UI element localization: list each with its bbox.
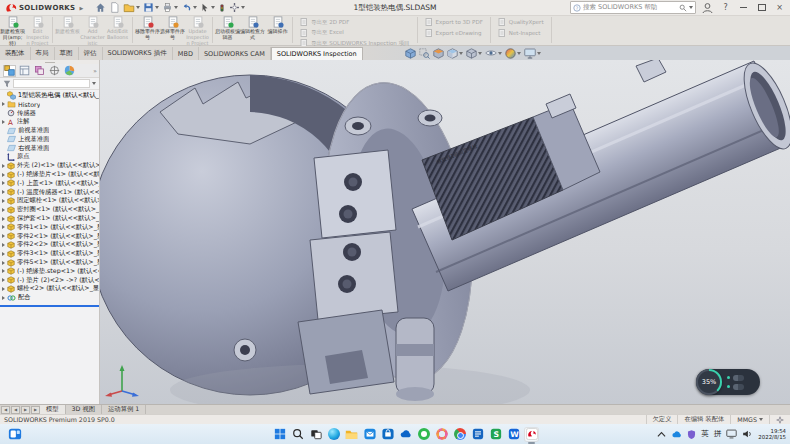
doc-tabs-next-icon[interactable]: ▶ [31,406,40,414]
zoom-widget[interactable]: 35% [696,369,760,395]
undo-icon[interactable] [181,2,197,14]
volume-icon[interactable] [742,429,753,439]
minimize-button[interactable] [737,2,750,14]
tree-item[interactable]: A注解 [0,117,99,126]
status-gear-icon[interactable] [776,416,784,424]
ribbon-button[interactable]: 编辑检查方式 [240,15,265,45]
tree-item[interactable]: (-) 温度传感器<1> (默认<<默认>_ [0,188,99,197]
expand-arrow[interactable] [2,261,5,265]
tree-item[interactable]: 前视基准面 [0,126,99,135]
tree-item[interactable]: 零件2<1> (默认<<默认>_显示状 [0,232,99,241]
app-w-icon[interactable]: W [506,427,521,442]
expand-arrow[interactable] [2,190,5,194]
display-icon[interactable] [726,429,737,439]
doc-tab-运动算例-1[interactable]: 运动算例 1 [102,405,146,414]
start-icon[interactable] [272,427,287,442]
tree-item[interactable]: 零件3<1> (默认<<默认>_显示状 [0,249,99,258]
doc-tabs-prev-icon[interactable]: ◀ [1,406,10,414]
user-account-icon[interactable] [701,2,714,14]
restore-button[interactable] [755,2,768,14]
search-icon[interactable] [679,4,687,12]
tab-solidworks-cam[interactable]: SOLIDWORKS CAM [199,47,271,60]
tree-item[interactable]: 传感器 [0,109,99,118]
rebuild-icon[interactable] [218,2,226,14]
apply-scene-icon[interactable] [524,47,541,59]
close-button[interactable]: × [773,2,786,14]
tree-item[interactable]: 零件1<1> (默认<<默认>_显示状 [0,223,99,232]
search-dropdown-caret[interactable] [689,6,693,9]
tray-shield-icon[interactable] [687,429,696,440]
ribbon-button[interactable]: 启动模板编辑器 [215,15,240,45]
solidworks-icon[interactable] [524,427,539,442]
tab-评估[interactable]: 评估 [79,47,103,60]
tab-solidworks-inspection[interactable]: SOLIDWORKS Inspection [271,47,363,60]
tab-装配体[interactable]: 装配体 [0,47,31,60]
expand-arrow[interactable] [2,234,5,238]
expand-arrow[interactable] [2,208,5,212]
tree-item[interactable]: 零件2<2> (默认<<默认>_显示状 [0,241,99,250]
edge-icon[interactable] [326,427,341,442]
ime-mode-indicator[interactable]: 拼 [714,429,722,439]
file-explorer-icon[interactable] [344,427,359,442]
hide-show-items-icon[interactable] [485,47,502,59]
rollback-bar[interactable] [0,305,99,307]
tree-item[interactable]: History [0,100,99,109]
logo-expand-arrow[interactable]: ▶ [79,5,83,11]
doc-tab-模型[interactable]: 模型 [40,405,66,414]
view-orientation-icon[interactable] [447,47,463,59]
tree-item[interactable]: 右视基准面 [0,144,99,153]
zoom-fit-icon[interactable] [405,47,416,59]
ribbon-button[interactable]: 移除零件序号 [135,15,160,45]
help-icon[interactable]: ? [719,2,732,14]
expand-arrow[interactable] [2,287,5,291]
graphics-area[interactable]: 螺纹线1@固定螺栓 35% [100,60,790,404]
mouse-button-icon[interactable] [733,384,744,390]
expand-arrow[interactable] [2,296,5,300]
ribbon-button[interactable]: 选择零件序号 [160,15,185,45]
ribbon-button[interactable]: 编辑操作 [265,15,290,45]
expand-arrow[interactable] [2,217,5,221]
tree-item[interactable]: (-) 垫片 (2)<2> ->? (默认<<默认 [0,276,99,285]
notes-icon[interactable] [470,427,485,442]
mouse-button-icon[interactable] [733,375,744,381]
print-icon[interactable] [162,2,178,14]
browser-green-icon[interactable] [416,427,431,442]
units-selector[interactable]: MMGS [730,415,769,424]
tree-item[interactable]: 螺栓<2> (默认<<默认>_显示状态 [0,285,99,294]
store-icon[interactable] [380,427,395,442]
chrome-icon[interactable] [452,427,467,442]
feature-tree-root[interactable]: 1型铠装热电偶 (默认<默认_显示状态-1 [0,91,99,100]
doc-tab-3d-视图[interactable]: 3D 视图 [66,405,102,414]
configurationmanager-tab-icon[interactable] [33,65,46,77]
tree-item[interactable]: 原点 [0,153,99,162]
tree-item[interactable]: (-) 上盖<1> (默认<<默认>_显示状 [0,179,99,188]
edit-appearance-icon[interactable] [505,47,521,59]
featuremanager-tab-icon[interactable] [3,65,16,77]
browser-orange-icon[interactable] [434,427,449,442]
tab-布局[interactable]: 布局 [31,47,55,60]
expand-arrow[interactable] [2,269,5,273]
expand-arrow[interactable] [2,243,5,247]
displaymanager-tab-icon[interactable] [63,65,76,77]
doc-tabs-prev-icon[interactable]: ◀ [11,406,20,414]
expand-arrow[interactable] [2,164,5,168]
display-style-icon[interactable] [466,47,482,59]
expand-arrow[interactable] [2,102,5,106]
tree-item[interactable]: 密封圈<1> (默认<<默认>_显示状 [0,205,99,214]
tray-overflow-chevron-icon[interactable] [657,431,666,438]
assembly-model[interactable]: 螺纹线1@固定螺栓 [100,60,790,404]
tree-item[interactable]: 保护套<1> (默认<<默认>_显示状 [0,214,99,223]
expand-arrow[interactable] [2,173,5,177]
new-document-icon[interactable] [109,2,120,14]
expand-arrow[interactable] [2,278,5,282]
open-icon[interactable] [123,2,140,14]
tab-草图[interactable]: 草图 [55,47,79,60]
tree-item[interactable]: 上视基准面 [0,135,99,144]
taskbar-search-icon[interactable] [290,427,305,442]
ribbon-button[interactable]: 新建检查项目(amp;特) [0,15,25,45]
section-view-icon[interactable] [433,47,444,59]
expand-arrow[interactable] [2,252,5,256]
status-options-cell[interactable] [769,415,790,424]
manager-tabs-overflow-icon[interactable]: » [93,67,99,74]
tree-item[interactable]: 外壳 (2)<1> (默认<<默认>_显示状 [0,161,99,170]
